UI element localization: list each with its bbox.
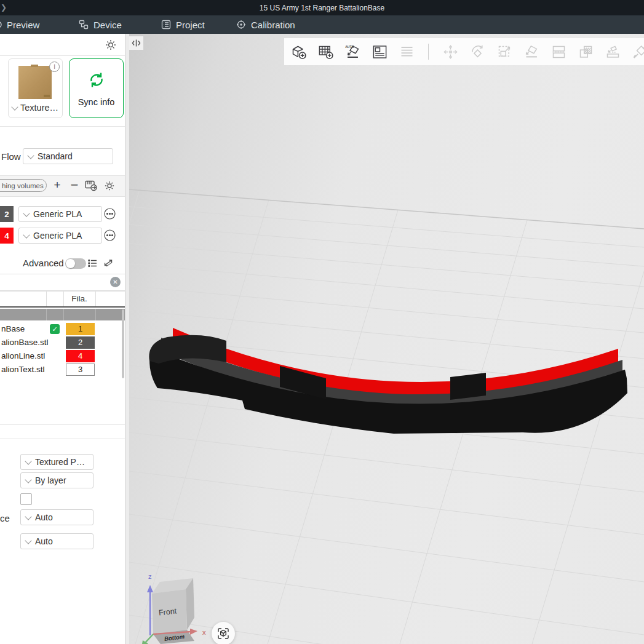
tab-calibration[interactable]: Calibration: [236, 15, 295, 34]
object-name: nBase: [1, 324, 25, 333]
slicing-mode-value: By layer: [35, 475, 66, 485]
title-bar: ❯ 15 US Army 1st Ranger BattalionBase: [0, 0, 644, 15]
tab-label: Device: [93, 20, 122, 30]
plate-edge: [129, 189, 644, 229]
sidebar-panel: i Texture… Sync info Flow Standard hing …: [0, 34, 125, 644]
toolbar-separator: [428, 44, 429, 60]
object-row[interactable]: alionLine.stl 4: [0, 349, 125, 363]
filament-material: Generic PLA: [33, 209, 82, 219]
filament-swatch[interactable]: 2: [0, 206, 14, 222]
project-icon: [161, 20, 171, 30]
paint-button[interactable]: [629, 41, 644, 63]
model-object[interactable]: [149, 328, 627, 434]
toggle-knob: [66, 259, 75, 268]
layers-button[interactable]: [396, 41, 418, 63]
sync-info-button[interactable]: Sync info: [69, 58, 124, 118]
viewport-toolbar: AUTO: [284, 38, 644, 65]
auto-orient-button[interactable]: AUTO: [341, 41, 364, 63]
support-dropdown[interactable]: Auto: [20, 509, 93, 525]
tab-label: Preview: [7, 20, 39, 30]
object-row[interactable]: nBase ✓ 1: [0, 322, 125, 336]
device-icon: [79, 20, 89, 30]
chevron-down-icon: [23, 231, 30, 238]
flow-label: Flow: [1, 151, 21, 162]
rotate-button[interactable]: [466, 41, 488, 63]
remove-filament-button[interactable]: −: [68, 177, 81, 194]
checked-icon[interactable]: ✓: [50, 324, 60, 334]
slicing-mode-dropdown[interactable]: By layer: [20, 472, 93, 488]
orbit-view-button[interactable]: [212, 622, 235, 644]
add-filament-button[interactable]: +: [50, 177, 64, 194]
info-icon[interactable]: i: [49, 62, 60, 72]
cut-button[interactable]: [547, 41, 570, 63]
fill-value: Auto: [35, 536, 53, 546]
flushing-volumes-button[interactable]: hing volumes: [0, 179, 47, 192]
expert-mode-icon[interactable]: [103, 258, 114, 269]
filament-toolbar: hing volumes + −: [0, 175, 125, 197]
chevron-down-icon: [23, 210, 30, 217]
add-plate-button[interactable]: [314, 41, 336, 63]
filament-material-dropdown[interactable]: Generic PLA: [18, 228, 102, 244]
tab-label: Project: [176, 20, 205, 30]
collapse-panel-icon[interactable]: [129, 36, 143, 50]
fill-dropdown[interactable]: Auto: [20, 533, 93, 549]
filament-swatch[interactable]: 4: [0, 228, 14, 244]
ams-icon[interactable]: [85, 180, 98, 193]
filament-badge[interactable]: 3: [66, 364, 95, 376]
table-scrollbar[interactable]: [122, 309, 124, 378]
filament-more-icon[interactable]: [104, 208, 116, 220]
filter-row[interactable]: ✕: [0, 274, 125, 291]
filament-column-header: Fila.: [63, 294, 95, 303]
divider: [0, 424, 125, 425]
tab-preview[interactable]: Preview: [0, 15, 39, 34]
chevron-down-icon: [25, 476, 31, 483]
settings-list-icon[interactable]: [87, 258, 98, 269]
plate-type-value: Textured P…: [35, 457, 85, 467]
object-name: alionLine.stl: [1, 351, 45, 360]
selected-plate-row[interactable]: [0, 309, 125, 320]
build-plate-selector[interactable]: i Texture…: [8, 58, 63, 118]
collapse-arrow-icon[interactable]: ❯: [1, 3, 7, 12]
object-name: alionText.stl: [1, 365, 45, 374]
advanced-toggle[interactable]: [65, 258, 86, 269]
advanced-row: Advanced: [0, 253, 125, 274]
arrange-button[interactable]: [368, 41, 391, 63]
object-row[interactable]: alionBase.stl 2: [0, 336, 125, 349]
move-button[interactable]: [439, 41, 461, 63]
viewport-3d[interactable]: AUTO: [129, 34, 644, 644]
plate-type-dropdown[interactable]: Textured P…: [20, 454, 93, 470]
chevron-down-icon: [25, 458, 31, 464]
window-title: 15 US Army 1st Ranger BattalionBase: [260, 4, 384, 12]
merge-button[interactable]: [574, 41, 597, 63]
divider: [0, 126, 125, 127]
support-value: Auto: [35, 512, 53, 522]
chevron-down-icon: [11, 103, 18, 110]
lay-flat-button[interactable]: [520, 41, 543, 63]
divider: [0, 55, 125, 56]
clear-search-icon[interactable]: ✕: [110, 277, 121, 287]
viewport-3d-scene[interactable]: [129, 34, 644, 644]
filament-more-icon[interactable]: [104, 229, 116, 241]
filament-badge[interactable]: 4: [66, 350, 95, 362]
split-button[interactable]: [602, 41, 624, 63]
calibration-icon: [236, 20, 246, 30]
filament-badge[interactable]: 2: [66, 336, 95, 349]
filament-material-dropdown[interactable]: Generic PLA: [18, 206, 102, 222]
chevron-down-icon: [25, 537, 31, 544]
clipped-setting-label: ce: [0, 513, 10, 523]
settings-checkbox[interactable]: [20, 493, 32, 505]
preview-icon: [0, 20, 2, 30]
tab-device[interactable]: Device: [79, 15, 122, 34]
flow-value: Standard: [38, 151, 73, 161]
flow-dropdown[interactable]: Standard: [23, 148, 113, 164]
filament-settings-gear-icon[interactable]: [104, 180, 115, 191]
divider: [0, 439, 125, 439]
tab-project[interactable]: Project: [161, 15, 205, 34]
sync-icon: [87, 70, 106, 92]
printer-settings-gear-icon[interactable]: [105, 39, 117, 51]
add-object-button[interactable]: [287, 41, 309, 63]
scale-button[interactable]: [493, 41, 515, 63]
object-row[interactable]: alionText.stl 3: [0, 363, 125, 376]
main-tab-bar: Preview Device Project Calibration: [0, 15, 644, 34]
filament-badge[interactable]: 1: [66, 323, 95, 335]
